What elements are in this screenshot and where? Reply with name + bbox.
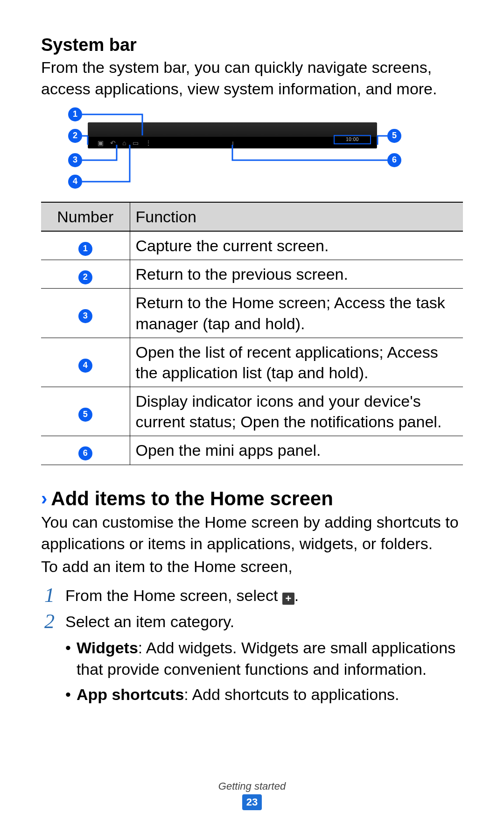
bullet-rest: : Add shortcuts to applications. xyxy=(184,686,399,703)
bullet-bold: App shortcuts xyxy=(77,686,184,703)
section-title: System bar xyxy=(41,35,463,55)
row-function: Open the mini apps panel. xyxy=(130,436,463,465)
subsection-heading: › Add items to the Home screen xyxy=(41,488,463,510)
page-number-badge: 23 xyxy=(242,794,262,810)
callout-number-6: 6 xyxy=(387,153,401,167)
subsection-intro: To add an item to the Home screen, xyxy=(41,556,463,578)
table-row: 6Open the mini apps panel. xyxy=(41,436,463,465)
table-row: 2Return to the previous screen. xyxy=(41,260,463,289)
row-function: Return to the Home screen; Access the ta… xyxy=(130,289,463,338)
section-description: From the system bar, you can quickly nav… xyxy=(41,57,463,100)
row-function: Return to the previous screen. xyxy=(130,260,463,289)
bullet-item: App shortcuts: Add shortcuts to applicat… xyxy=(65,684,463,706)
bullet-bold: Widgets xyxy=(77,639,138,657)
nav-icons-group: ▣ ↶ ⌂ ▭ ⋮ xyxy=(98,140,152,146)
callout-number-4: 4 xyxy=(68,175,82,189)
table-row: 5Display indicator icons and your device… xyxy=(41,387,463,436)
steps-list: 1 From the Home screen, select +. 2 Sele… xyxy=(41,585,463,633)
subsection-description: You can customise the Home screen by add… xyxy=(41,512,463,555)
page-footer: Getting started 23 xyxy=(0,780,504,810)
chevron-icon: › xyxy=(41,488,47,509)
step-text: From the Home screen, select +. xyxy=(65,585,463,607)
step-item: 2 Select an item category. xyxy=(41,611,463,633)
step-number: 1 xyxy=(41,585,58,606)
recent-icon: ▭ xyxy=(133,140,139,146)
row-number-icon: 3 xyxy=(78,309,92,323)
back-icon: ↶ xyxy=(110,140,116,146)
table-row: 4Open the list of recent applications; A… xyxy=(41,338,463,387)
plus-icon: + xyxy=(282,593,294,605)
header-function: Function xyxy=(130,202,463,231)
row-function: Capture the current screen. xyxy=(130,231,463,260)
callout-number-5: 5 xyxy=(387,129,401,143)
extra-icon: ⋮ xyxy=(145,140,152,146)
header-number: Number xyxy=(41,202,130,231)
step-number: 2 xyxy=(41,611,58,632)
table-row: 1Capture the current screen. xyxy=(41,231,463,260)
row-number-icon: 2 xyxy=(78,270,92,284)
bullet-list: Widgets: Add widgets. Widgets are small … xyxy=(65,637,463,706)
subsection-title: Add items to the Home screen xyxy=(51,488,333,510)
capture-icon: ▣ xyxy=(98,140,104,146)
callout-lines xyxy=(64,108,400,192)
row-number-icon: 5 xyxy=(78,408,92,422)
table-row: 3Return to the Home screen; Access the t… xyxy=(41,289,463,338)
home-icon: ⌂ xyxy=(122,140,126,146)
footer-section-name: Getting started xyxy=(0,780,504,792)
row-number-icon: 1 xyxy=(78,242,92,256)
row-function: Display indicator icons and your device'… xyxy=(130,387,463,436)
function-table: Number Function 1Capture the current scr… xyxy=(41,202,463,465)
table-header-row: Number Function xyxy=(41,202,463,231)
status-area: 10:00 xyxy=(334,135,371,144)
row-function: Open the list of recent applications; Ac… xyxy=(130,338,463,387)
step-text-before: From the Home screen, select xyxy=(65,587,282,604)
manual-page: System bar From the system bar, you can … xyxy=(0,0,504,827)
callout-number-3: 3 xyxy=(68,153,82,167)
row-number-icon: 6 xyxy=(78,446,92,460)
bullet-item: Widgets: Add widgets. Widgets are small … xyxy=(65,637,463,680)
system-bar-diagram: ▣ ↶ ⌂ ▭ ⋮ 10:00 1 2 3 4 5 6 xyxy=(64,108,400,192)
callout-number-2: 2 xyxy=(68,129,82,143)
row-number-icon: 4 xyxy=(78,359,92,373)
callout-number-1: 1 xyxy=(68,107,82,121)
system-bar-graphic: ▣ ↶ ⌂ ▭ ⋮ 10:00 xyxy=(88,122,377,148)
mini-apps-handle xyxy=(232,141,233,145)
step-item: 1 From the Home screen, select +. xyxy=(41,585,463,607)
step-text: Select an item category. xyxy=(65,611,463,633)
step-text-after: . xyxy=(294,587,299,604)
